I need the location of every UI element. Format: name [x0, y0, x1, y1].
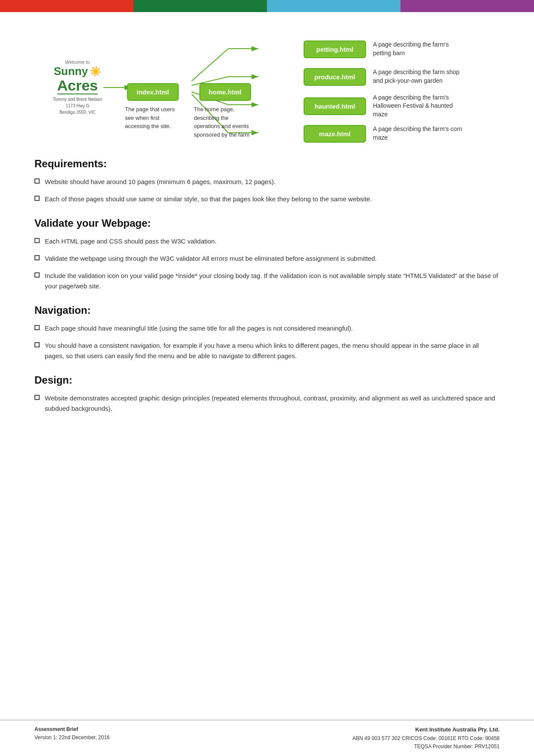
maze-node: maze.html: [304, 125, 366, 143]
requirements-item-2: Each of those pages should use same or s…: [34, 194, 500, 204]
footer-label: Assessment Brief: [34, 725, 110, 734]
footer-teqsa: TEQSA Provider Number: PRV12051: [352, 743, 500, 751]
produce-node: produce.html: [304, 68, 366, 86]
maze-row: maze.html A page describing the farm's c…: [304, 122, 468, 145]
navigation-section: Navigation: Each page should have meanin…: [34, 304, 500, 361]
navigation-heading: Navigation:: [34, 304, 500, 316]
footer-abn: ABN 49 003 577 302 CRICOS Code: 00161E R…: [352, 734, 500, 743]
home-node: home.html: [199, 83, 251, 101]
home-node-col: home.html The home page, describing the …: [194, 83, 256, 139]
bullet-icon-v1: [34, 238, 40, 243]
validate-list: Each HTML page and CSS should pass the W…: [34, 236, 500, 291]
bullet-icon-1: [34, 178, 40, 184]
logo-sunny-text: Sunny: [54, 65, 88, 78]
requirements-section: Requirements: Website should have around…: [34, 158, 500, 204]
validate-item-1: Each HTML page and CSS should pass the W…: [34, 236, 500, 247]
logo-address-line1: Tommy and Brent Nielsen: [53, 96, 102, 103]
bullet-icon-n2: [34, 342, 40, 347]
bar-blue: [267, 0, 400, 12]
haunted-desc: A page describing the farm's Halloween F…: [373, 94, 468, 119]
logo-welcome-text: Welcome to: [65, 59, 90, 65]
maze-desc: A page describing the farm's corn maze: [373, 125, 468, 142]
index-node-col: index.html The page that users see when …: [125, 83, 181, 131]
produce-row: produce.html A page describing the farm …: [304, 64, 468, 90]
logo-address: Tommy and Brent Nielsen 1173 Hwy G Bendi…: [53, 96, 102, 116]
design-section: Design: Website demonstrates accepted gr…: [34, 374, 500, 414]
bullet-icon-v3: [34, 272, 40, 278]
bullet-icon-n1: [34, 325, 40, 330]
design-list: Website demonstrates accepted graphic de…: [34, 393, 500, 414]
index-node: index.html: [127, 83, 179, 101]
haunted-node: haunted.html: [304, 97, 366, 115]
logo-acres-text: Acres: [57, 78, 98, 94]
navigation-item-1: Each page should have meaningful title (…: [34, 323, 500, 334]
requirements-heading: Requirements:: [34, 158, 500, 170]
bar-purple: [400, 0, 534, 12]
footer-version: Version 1: 22nd December, 2016: [34, 734, 110, 742]
logo-area: Welcome to Sunny ☀️ Acres Tommy and Bren…: [34, 59, 121, 116]
produce-desc: A page describing the farm shop and pick…: [373, 68, 468, 85]
requirements-list: Website should have around 10 pages (min…: [34, 177, 500, 204]
design-heading: Design:: [34, 374, 500, 386]
top-color-bar: [0, 0, 534, 12]
validate-section: Validate your Webpage: Each HTML page an…: [34, 217, 500, 291]
index-desc: The page that users see when first acces…: [125, 105, 181, 131]
bullet-icon-v2: [34, 255, 40, 260]
diagram-section: Welcome to Sunny ☀️ Acres Tommy and Bren…: [34, 25, 500, 145]
footer-left: Assessment Brief Version 1: 22nd Decembe…: [34, 725, 110, 742]
petting-node: petting.html: [304, 41, 366, 58]
requirements-item-1: Website should have around 10 pages (min…: [34, 177, 500, 187]
home-desc: The home page, describing the operations…: [194, 105, 256, 139]
footer-company: Kent Institute Australia Pty. Ltd.: [352, 725, 500, 734]
haunted-row: haunted.html A page describing the farm'…: [304, 93, 468, 119]
navigation-item-2: You should have a consistent navigation,…: [34, 341, 500, 361]
bar-green: [134, 0, 267, 12]
logo-sun-icon: ☀️: [90, 66, 101, 77]
logo-sunny-row: Sunny ☀️: [54, 65, 101, 78]
petting-row: petting.html A page describing the farm'…: [304, 38, 468, 60]
main-content: Welcome to Sunny ☀️ Acres Tommy and Bren…: [0, 12, 534, 447]
validate-heading: Validate your Webpage:: [34, 217, 500, 229]
logo-address-line3: Bendigo 3550, VIC: [53, 109, 102, 116]
validate-item-3: Include the validation icon on your vali…: [34, 271, 500, 291]
validate-item-2: Validate the webpage using through the W…: [34, 253, 500, 264]
petting-desc: A page describing the farm's petting bar…: [373, 41, 468, 57]
bar-red: [0, 0, 134, 12]
footer: Assessment Brief Version 1: 22nd Decembe…: [0, 720, 534, 756]
footer-right: Kent Institute Australia Pty. Ltd. ABN 4…: [352, 725, 500, 751]
svg-line-1: [192, 49, 228, 81]
right-pages-col: petting.html A page describing the farm'…: [304, 38, 468, 145]
logo-address-line2: 1173 Hwy G: [53, 103, 102, 109]
bullet-icon-d1: [34, 395, 40, 400]
navigation-list: Each page should have meaningful title (…: [34, 323, 500, 361]
design-item-1: Website demonstrates accepted graphic de…: [34, 393, 500, 414]
bullet-icon-2: [34, 196, 40, 201]
